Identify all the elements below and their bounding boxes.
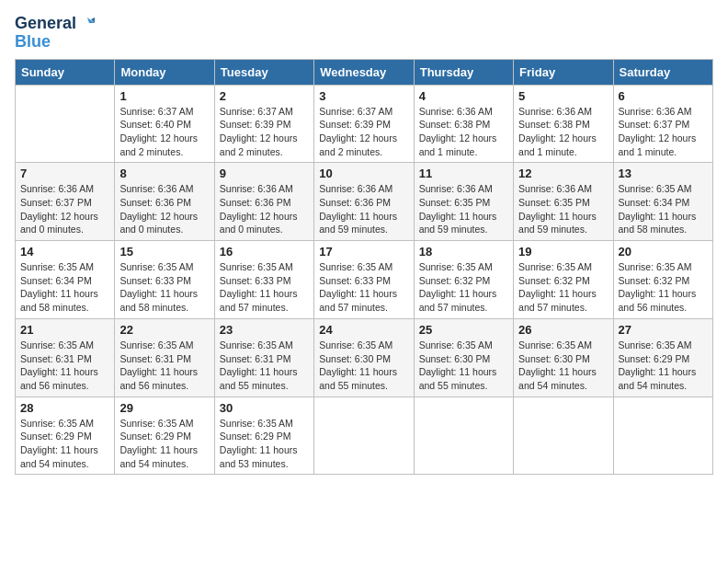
day-number: 17 bbox=[319, 245, 408, 259]
calendar-cell: 26Sunrise: 6:35 AM Sunset: 6:30 PM Dayli… bbox=[514, 318, 613, 396]
day-of-week-header: Friday bbox=[514, 59, 613, 85]
day-of-week-header: Monday bbox=[115, 59, 214, 85]
day-number: 29 bbox=[119, 401, 209, 415]
day-of-week-header: Sunday bbox=[16, 59, 115, 85]
day-info: Sunrise: 6:35 AM Sunset: 6:31 PM Dayligh… bbox=[220, 339, 309, 393]
day-info: Sunrise: 6:36 AM Sunset: 6:36 PM Dayligh… bbox=[319, 182, 408, 236]
calendar-cell: 10Sunrise: 6:36 AM Sunset: 6:36 PM Dayli… bbox=[314, 163, 414, 241]
calendar-cell: 25Sunrise: 6:35 AM Sunset: 6:30 PM Dayli… bbox=[414, 318, 513, 396]
day-info: Sunrise: 6:35 AM Sunset: 6:30 PM Dayligh… bbox=[319, 339, 408, 393]
day-number: 28 bbox=[20, 401, 109, 415]
calendar-cell: 11Sunrise: 6:36 AM Sunset: 6:35 PM Dayli… bbox=[414, 163, 513, 241]
day-info: Sunrise: 6:36 AM Sunset: 6:37 PM Dayligh… bbox=[619, 105, 708, 159]
calendar-cell: 14Sunrise: 6:35 AM Sunset: 6:34 PM Dayli… bbox=[16, 241, 115, 319]
day-info: Sunrise: 6:37 AM Sunset: 6:39 PM Dayligh… bbox=[319, 105, 408, 159]
day-number: 21 bbox=[20, 323, 109, 337]
day-number: 26 bbox=[518, 323, 608, 337]
day-info: Sunrise: 6:35 AM Sunset: 6:32 PM Dayligh… bbox=[518, 260, 608, 315]
calendar-cell bbox=[414, 396, 513, 475]
day-info: Sunrise: 6:35 AM Sunset: 6:34 PM Dayligh… bbox=[619, 182, 708, 236]
calendar-cell: 19Sunrise: 6:35 AM Sunset: 6:32 PM Dayli… bbox=[514, 241, 613, 319]
day-number: 3 bbox=[319, 89, 408, 103]
day-info: Sunrise: 6:35 AM Sunset: 6:32 PM Dayligh… bbox=[619, 260, 708, 315]
day-number: 11 bbox=[419, 167, 508, 180]
logo-bird-icon bbox=[78, 16, 95, 32]
calendar-cell: 20Sunrise: 6:35 AM Sunset: 6:32 PM Dayli… bbox=[613, 241, 712, 319]
day-number: 6 bbox=[619, 89, 708, 103]
calendar-cell: 12Sunrise: 6:36 AM Sunset: 6:35 PM Dayli… bbox=[514, 163, 613, 241]
calendar-cell bbox=[514, 396, 613, 475]
day-info: Sunrise: 6:35 AM Sunset: 6:29 PM Dayligh… bbox=[20, 417, 109, 471]
day-number: 5 bbox=[518, 89, 608, 103]
logo-blue: Blue bbox=[15, 33, 51, 52]
day-number: 12 bbox=[518, 167, 608, 180]
day-info: Sunrise: 6:35 AM Sunset: 6:30 PM Dayligh… bbox=[419, 339, 508, 393]
day-info: Sunrise: 6:36 AM Sunset: 6:35 PM Dayligh… bbox=[419, 182, 508, 236]
day-number: 14 bbox=[20, 245, 109, 259]
day-info: Sunrise: 6:35 AM Sunset: 6:32 PM Dayligh… bbox=[419, 260, 508, 315]
day-number: 7 bbox=[20, 167, 109, 180]
calendar-cell: 4Sunrise: 6:36 AM Sunset: 6:38 PM Daylig… bbox=[414, 85, 513, 163]
calendar-table: SundayMondayTuesdayWednesdayThursdayFrid… bbox=[15, 59, 713, 476]
day-info: Sunrise: 6:35 AM Sunset: 6:33 PM Dayligh… bbox=[119, 260, 209, 315]
day-info: Sunrise: 6:36 AM Sunset: 6:38 PM Dayligh… bbox=[419, 105, 508, 159]
day-number: 2 bbox=[220, 89, 309, 103]
day-info: Sunrise: 6:35 AM Sunset: 6:34 PM Dayligh… bbox=[20, 260, 109, 315]
day-number: 23 bbox=[220, 323, 309, 337]
calendar-cell: 21Sunrise: 6:35 AM Sunset: 6:31 PM Dayli… bbox=[16, 318, 115, 396]
calendar-cell: 13Sunrise: 6:35 AM Sunset: 6:34 PM Dayli… bbox=[613, 163, 712, 241]
day-number: 18 bbox=[419, 245, 508, 259]
day-info: Sunrise: 6:36 AM Sunset: 6:38 PM Dayligh… bbox=[518, 105, 608, 159]
logo-general: General bbox=[15, 15, 76, 33]
day-number: 13 bbox=[619, 167, 708, 180]
calendar-cell: 22Sunrise: 6:35 AM Sunset: 6:31 PM Dayli… bbox=[115, 318, 214, 396]
day-info: Sunrise: 6:35 AM Sunset: 6:30 PM Dayligh… bbox=[518, 339, 608, 393]
calendar-cell bbox=[314, 396, 414, 475]
day-info: Sunrise: 6:35 AM Sunset: 6:29 PM Dayligh… bbox=[220, 417, 309, 471]
calendar-cell: 9Sunrise: 6:36 AM Sunset: 6:36 PM Daylig… bbox=[214, 163, 313, 241]
calendar-cell: 28Sunrise: 6:35 AM Sunset: 6:29 PM Dayli… bbox=[16, 396, 115, 475]
day-info: Sunrise: 6:37 AM Sunset: 6:39 PM Dayligh… bbox=[220, 105, 309, 159]
day-info: Sunrise: 6:35 AM Sunset: 6:33 PM Dayligh… bbox=[220, 260, 309, 315]
calendar-cell: 18Sunrise: 6:35 AM Sunset: 6:32 PM Dayli… bbox=[414, 241, 513, 319]
calendar-cell: 30Sunrise: 6:35 AM Sunset: 6:29 PM Dayli… bbox=[214, 396, 313, 475]
day-number: 8 bbox=[119, 167, 209, 180]
day-info: Sunrise: 6:37 AM Sunset: 6:40 PM Dayligh… bbox=[119, 105, 209, 159]
day-info: Sunrise: 6:35 AM Sunset: 6:31 PM Dayligh… bbox=[119, 339, 209, 393]
calendar-cell: 29Sunrise: 6:35 AM Sunset: 6:29 PM Dayli… bbox=[115, 396, 214, 475]
calendar-cell: 15Sunrise: 6:35 AM Sunset: 6:33 PM Dayli… bbox=[115, 241, 214, 319]
calendar-cell: 6Sunrise: 6:36 AM Sunset: 6:37 PM Daylig… bbox=[613, 85, 712, 163]
calendar-cell: 17Sunrise: 6:35 AM Sunset: 6:33 PM Dayli… bbox=[314, 241, 414, 319]
day-of-week-header: Tuesday bbox=[214, 59, 313, 85]
calendar-cell: 3Sunrise: 6:37 AM Sunset: 6:39 PM Daylig… bbox=[314, 85, 414, 163]
calendar-cell: 8Sunrise: 6:36 AM Sunset: 6:36 PM Daylig… bbox=[115, 163, 214, 241]
day-number: 10 bbox=[319, 167, 408, 180]
day-number: 25 bbox=[419, 323, 508, 337]
day-number: 15 bbox=[119, 245, 209, 259]
day-number: 24 bbox=[319, 323, 408, 337]
day-of-week-header: Thursday bbox=[414, 59, 513, 85]
day-number: 30 bbox=[220, 401, 309, 415]
day-number: 1 bbox=[119, 89, 209, 103]
day-info: Sunrise: 6:35 AM Sunset: 6:31 PM Dayligh… bbox=[20, 339, 109, 393]
calendar-cell: 7Sunrise: 6:36 AM Sunset: 6:37 PM Daylig… bbox=[16, 163, 115, 241]
day-info: Sunrise: 6:35 AM Sunset: 6:29 PM Dayligh… bbox=[119, 417, 209, 471]
day-number: 19 bbox=[518, 245, 608, 259]
day-info: Sunrise: 6:36 AM Sunset: 6:36 PM Dayligh… bbox=[119, 182, 209, 236]
calendar-cell: 16Sunrise: 6:35 AM Sunset: 6:33 PM Dayli… bbox=[214, 241, 313, 319]
calendar-cell: 24Sunrise: 6:35 AM Sunset: 6:30 PM Dayli… bbox=[314, 318, 414, 396]
day-of-week-header: Saturday bbox=[613, 59, 712, 85]
day-info: Sunrise: 6:36 AM Sunset: 6:36 PM Dayligh… bbox=[220, 182, 309, 236]
day-of-week-header: Wednesday bbox=[314, 59, 414, 85]
day-number: 27 bbox=[619, 323, 708, 337]
day-info: Sunrise: 6:36 AM Sunset: 6:37 PM Dayligh… bbox=[20, 182, 109, 236]
calendar-cell bbox=[613, 396, 712, 475]
calendar-cell: 5Sunrise: 6:36 AM Sunset: 6:38 PM Daylig… bbox=[514, 85, 613, 163]
logo: General Blue bbox=[15, 15, 95, 52]
day-info: Sunrise: 6:36 AM Sunset: 6:35 PM Dayligh… bbox=[518, 182, 608, 236]
page-header: General Blue bbox=[15, 15, 713, 52]
day-number: 4 bbox=[419, 89, 508, 103]
calendar-cell: 27Sunrise: 6:35 AM Sunset: 6:29 PM Dayli… bbox=[613, 318, 712, 396]
day-number: 20 bbox=[619, 245, 708, 259]
day-info: Sunrise: 6:35 AM Sunset: 6:33 PM Dayligh… bbox=[319, 260, 408, 315]
